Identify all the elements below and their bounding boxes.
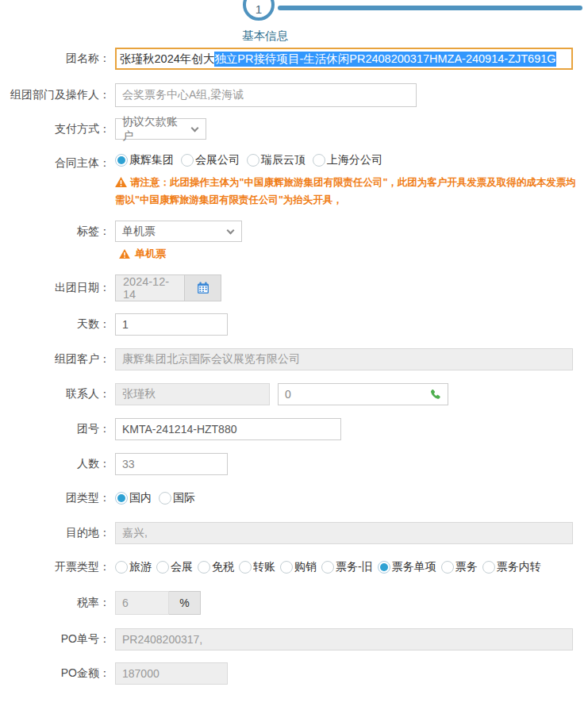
field-row-contract-entity: 合同主体： 康辉集团 会展公司 瑞辰云顶 上海分公司 请注意：此团操作主体为"中… xyxy=(0,153,588,209)
radio-icon xyxy=(239,561,252,574)
po-no-label: PO单号： xyxy=(0,632,115,647)
radio-invoice-option-0[interactable]: 旅游 xyxy=(115,560,152,574)
radio-icon xyxy=(441,561,454,574)
days-input[interactable]: 1 xyxy=(115,313,228,336)
days-label: 天数： xyxy=(0,317,115,332)
radio-invoice-option-2[interactable]: 免税 xyxy=(198,560,234,574)
tag-select[interactable]: 单机票 xyxy=(115,221,242,242)
radio-group-type-domestic[interactable]: 国内 xyxy=(115,491,152,505)
radio-invoice-option-7[interactable]: 票务 xyxy=(441,560,478,574)
radio-label: 会展 xyxy=(171,560,193,574)
radio-invoice-option-6[interactable]: 票务单项 xyxy=(378,560,436,574)
radio-label: 转账 xyxy=(253,560,275,574)
contact-label: 联系人： xyxy=(0,387,115,401)
payment-method-label: 支付方式： xyxy=(0,122,115,136)
radio-selected-icon xyxy=(115,154,128,167)
radio-icon xyxy=(280,561,293,574)
field-row-group-name: 团名称： 张瑾秋2024年创大独立PR接待项目-生活休闲PR2408200317… xyxy=(0,48,588,70)
warning-triangle-icon xyxy=(119,249,130,259)
po-amount-input: 187000 xyxy=(115,662,228,685)
contract-entity-label: 合同主体： xyxy=(0,153,115,171)
step-number: 1 xyxy=(256,2,262,16)
radio-icon xyxy=(482,561,495,574)
tag-warning-text: 单机票 xyxy=(135,247,166,261)
phone-icon[interactable] xyxy=(429,389,441,401)
field-row-people-count: 人数： 33 xyxy=(0,453,588,475)
radio-label: 票务单项 xyxy=(392,560,436,574)
radio-label: 国际 xyxy=(173,491,195,505)
radio-label: 购销 xyxy=(294,560,317,574)
tax-rate-unit: % xyxy=(169,591,201,615)
customer-input: 康辉集团北京国际会议展览有限公司 xyxy=(115,348,573,370)
radio-invoice-option-8[interactable]: 票务内转 xyxy=(482,560,541,574)
tax-rate-input: 6 xyxy=(115,591,169,615)
group-name-input[interactable]: 张瑾秋2024年创大独立PR接待项目-生活休闲PR2408200317HMZA-… xyxy=(115,48,573,70)
contact-phone-value: 0 xyxy=(285,388,291,401)
people-count-input[interactable]: 33 xyxy=(115,453,228,475)
tag-label: 标签： xyxy=(0,225,115,239)
payment-method-select[interactable]: 协议欠款账户 xyxy=(115,118,206,140)
group-type-label: 团类型： xyxy=(0,491,115,505)
departure-date-input: 2024-12-14 xyxy=(116,275,185,301)
chevron-down-icon xyxy=(227,226,235,234)
group-name-selected-text: 独立PR接待项目-生活休闲PR2408200317HMZA-240914-ZJT… xyxy=(214,52,555,67)
radio-invoice-option-5[interactable]: 票务-旧 xyxy=(321,560,373,574)
group-no-input[interactable]: KMTA-241214-HZT880 xyxy=(115,418,341,440)
field-row-payment-method: 支付方式： 协议欠款账户 xyxy=(0,118,588,140)
field-row-group-type: 团类型： 国内 国际 xyxy=(0,491,588,505)
step-1-circle: 1 xyxy=(243,0,275,21)
radio-icon xyxy=(181,154,194,167)
field-row-destination: 目的地： 嘉兴, xyxy=(0,522,588,544)
group-name-label: 团名称： xyxy=(0,52,115,66)
radio-invoice-option-4[interactable]: 购销 xyxy=(280,560,317,574)
radio-invoice-option-1[interactable]: 会展 xyxy=(156,560,193,574)
po-no-input: PR2408200317, xyxy=(115,628,573,651)
radio-group-type-international[interactable]: 国际 xyxy=(159,491,195,505)
radio-icon xyxy=(198,561,210,574)
radio-contract-option-2[interactable]: 瑞辰云顶 xyxy=(247,153,306,167)
radio-icon xyxy=(247,154,259,167)
radio-label: 上海分公司 xyxy=(327,153,382,167)
group-no-label: 团号： xyxy=(0,422,115,436)
radio-label: 旅游 xyxy=(129,560,152,574)
calendar-button[interactable] xyxy=(185,275,221,301)
radio-icon xyxy=(159,492,171,505)
contract-warning: 请注意：此团操作主体为"中国康辉旅游集团有限责任公司"，此团为客户开具发票及取得… xyxy=(115,174,582,209)
field-row-invoice-type: 开票类型： 旅游 会展 免税 转账 购销 票务-旧 票务单项 票务 票务内转 xyxy=(0,560,588,574)
field-row-group-no: 团号： KMTA-241214-HZT880 xyxy=(0,418,588,440)
field-row-po-no: PO单号： PR2408200317, xyxy=(0,628,588,651)
field-row-contact: 联系人： 张瑾秋 0 xyxy=(0,383,588,405)
group-name-text: 张瑾秋2024年创大 xyxy=(120,52,214,67)
destination-label: 目的地： xyxy=(0,526,115,540)
radio-label: 票务-旧 xyxy=(336,560,373,574)
step-indicator: 1 xyxy=(0,0,588,22)
department-label: 组团部门及操作人： xyxy=(0,88,115,102)
radio-contract-option-3[interactable]: 上海分公司 xyxy=(313,153,382,167)
customer-label: 组团客户： xyxy=(0,352,115,367)
radio-label: 会展公司 xyxy=(195,153,240,167)
chevron-down-icon xyxy=(191,124,199,132)
radio-label: 免税 xyxy=(212,560,234,574)
radio-contract-option-0[interactable]: 康辉集团 xyxy=(115,153,174,167)
field-row-customer: 组团客户： 康辉集团北京国际会议展览有限公司 xyxy=(0,348,588,370)
radio-selected-icon xyxy=(115,492,128,505)
step-progress-line xyxy=(278,6,582,10)
radio-contract-option-1[interactable]: 会展公司 xyxy=(181,153,240,167)
contact-name-input: 张瑾秋 xyxy=(115,383,270,405)
radio-label: 票务 xyxy=(455,560,478,574)
department-input[interactable]: 会奖票务中心A组,梁海诚 xyxy=(115,83,417,107)
section-title: 基本信息 xyxy=(242,29,588,44)
radio-label: 国内 xyxy=(129,491,152,505)
contact-phone-input[interactable]: 0 xyxy=(278,383,448,405)
field-row-tag: 标签： 单机票 xyxy=(0,221,588,242)
radio-label: 票务内转 xyxy=(497,560,541,574)
radio-label: 康辉集团 xyxy=(129,153,174,167)
radio-icon xyxy=(115,561,128,574)
field-row-departure-date: 出团日期： 2024-12-14 xyxy=(0,274,588,301)
people-count-label: 人数： xyxy=(0,457,115,471)
warning-triangle-icon xyxy=(115,177,127,187)
radio-label: 瑞辰云顶 xyxy=(261,153,306,167)
tax-rate-label: 税率： xyxy=(0,596,115,610)
field-row-tax-rate: 税率： 6 % xyxy=(0,591,588,615)
radio-invoice-option-3[interactable]: 转账 xyxy=(239,560,275,574)
